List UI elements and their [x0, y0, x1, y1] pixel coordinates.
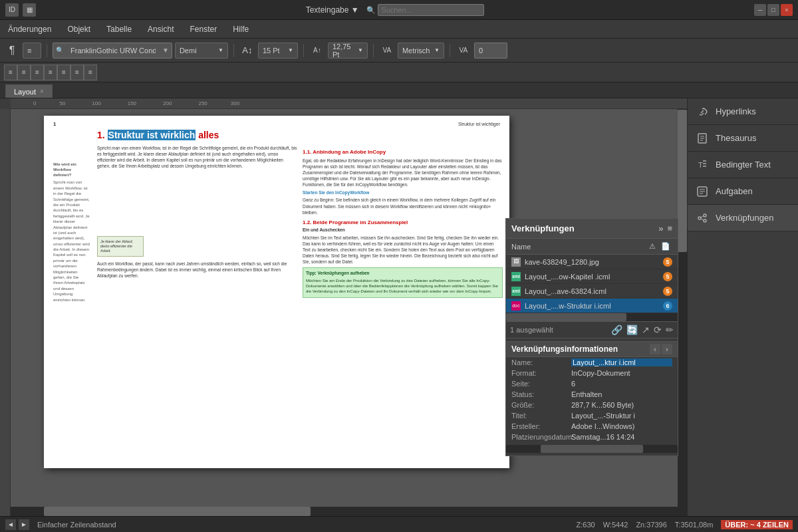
font-size-button[interactable]: 15 Pt [258, 43, 298, 59]
section-1-1-title: 1.1. Anbindung an Adobe InCopy [303, 149, 503, 156]
info-row-format: Format: InCopy-Dokument [506, 368, 678, 378]
info-row-status: Status: Enthalten [506, 389, 678, 400]
title-bar-left: ID ▦ [5, 3, 36, 17]
links-info-next[interactable]: › [662, 344, 672, 354]
align-justify-center-button[interactable]: ≡ [70, 65, 84, 80]
links-panel-title: Verknüpfungen [511, 223, 575, 233]
metrics-input[interactable] [474, 43, 507, 59]
layout-tab[interactable]: Layout × [5, 84, 53, 98]
panel-item-tasks[interactable]: Aufgaben [688, 178, 798, 205]
panel-item-conditional-text[interactable]: T Bedingter Text [688, 152, 798, 178]
link-item-1[interactable]: 🖼 kave-638249_1280.jpg 5 [506, 255, 678, 269]
page-navigation: ◄ ► [5, 519, 29, 530]
links-panel: Verknüpfungen » ≡ Name ⚠ 📄 🖼 kave-638249… [505, 218, 678, 456]
link-item-4[interactable]: doc Layout_....w-Struktur i.icml 6 [506, 299, 678, 313]
font-style-button[interactable]: Demi [175, 43, 228, 59]
menu-item-fenster[interactable]: Fenster [187, 23, 219, 35]
links-info-scrollbar[interactable] [506, 445, 678, 453]
title-text: Texteingabe ▼ 🔍 [36, 4, 754, 16]
page-canvas: 1 Struktur ist wichtiger Wie wird ein Wo… [44, 116, 509, 468]
font-family-input[interactable] [66, 43, 160, 59]
section-1-2-body: Möchten Sie im Text arbeiten, müssen Sie… [303, 235, 503, 265]
link-action-goto[interactable]: ↗ [642, 325, 650, 335]
align-center-button[interactable]: ≡ [17, 65, 31, 80]
paragraph-icon[interactable]: ¶ [4, 43, 20, 59]
hyperlinks-icon [696, 105, 709, 118]
left-col-body-2: Auch ein Workflow, der passt, kann nach … [97, 261, 297, 279]
links-info: Verknüpfungsinformationen ‹ › Name: Layo… [506, 338, 678, 456]
link-action-update-all[interactable]: 🔗 [611, 325, 622, 335]
link-name-1: kave-638249_1280.jpg [525, 258, 659, 266]
links-menu-icon[interactable]: ≡ [667, 223, 672, 233]
status-z: Z:630 [577, 521, 595, 529]
info-label-format: Format: [511, 369, 571, 377]
link-badge-3: 5 [663, 287, 672, 296]
vertical-ruler [0, 109, 11, 516]
section-1-1-body: Egal, ob der Redakteur Erfahrungen in In… [303, 158, 503, 188]
links-expand-icon[interactable]: » [658, 223, 663, 233]
page-next-button[interactable]: ► [19, 519, 29, 530]
align-left-button[interactable]: ≡ [4, 65, 17, 80]
info-value-page: 6 [571, 380, 672, 388]
link-action-relink[interactable]: 🔄 [626, 325, 638, 335]
panel-item-thesaurus[interactable]: Thesaurus [688, 125, 798, 152]
canvas-scrollbar-thumb-h[interactable] [44, 507, 311, 516]
section-1-2-title: 1.2. Beide Programme im Zusammenspiel [303, 219, 503, 226]
info-label-name: Name: [511, 358, 571, 366]
link-item-2[interactable]: xml Layout_....ow-Kapitel .icml 5 [506, 269, 678, 284]
align-right-button[interactable]: ≡ [31, 65, 44, 80]
menu-item-tabelle[interactable]: Tabelle [104, 23, 134, 35]
font-family-input-wrapper: 🔍 ▼ [53, 43, 172, 59]
toolbar: ¶ ≡ 🔍 ▼ Demi A↕ 15 Pt A↑ 12,75 Pt VA Met… [0, 39, 798, 63]
maximize-button[interactable]: □ [767, 4, 779, 16]
panel-item-verknuepfungen[interactable]: Verknüpfungen [688, 205, 798, 231]
panel-item-hyperlinks[interactable]: Hyperlinks [688, 98, 798, 125]
list-style-button[interactable]: ≡ [23, 43, 41, 59]
canvas-scrollbar-vertical[interactable] [678, 109, 687, 516]
thesaurus-icon [696, 132, 709, 145]
link-item-3[interactable]: xml Layout_...ave-63824.icml 5 [506, 284, 678, 299]
links-panel-header: Verknüpfungen » ≡ [506, 219, 678, 239]
link-action-update[interactable]: ⟳ [654, 325, 662, 335]
link-icon-xml-2: xml [511, 287, 521, 296]
font-dropdown-icon[interactable]: ▼ [162, 47, 169, 54]
align-justify-all-button[interactable]: ≡ [57, 65, 70, 80]
link-icon-xml-1: xml [511, 272, 521, 281]
link-name-4: Layout_....w-Struktur i.icml [525, 302, 659, 310]
info-row-placement: Platzierungsdatum: Samstag...16 14:24 [506, 432, 678, 442]
status-w: W:5442 [603, 521, 628, 529]
links-scrollbar-h[interactable] [506, 313, 678, 321]
links-info-nav: ‹ › [650, 344, 672, 354]
info-value-status: Enthalten [571, 390, 672, 398]
page-prev-button[interactable]: ◄ [5, 519, 16, 530]
tasks-icon [696, 185, 709, 198]
info-row-size: Größe: 287,7 K...560 Byte) [506, 400, 678, 410]
links-info-title: Verknüpfungsinformationen [511, 344, 618, 354]
leading-button[interactable]: 12,75 Pt [328, 43, 368, 59]
workflow-start-link: Starten Sie den InCopyWorkflow [303, 190, 503, 196]
links-scrollbar-thumb-h [506, 313, 626, 321]
menu-item-aenderungen[interactable]: Änderungen [5, 23, 54, 35]
info-label-page: Seite: [511, 380, 571, 388]
menu-item-ansicht[interactable]: Ansicht [145, 23, 176, 35]
info-value-title: Layout_...-Struktur i [571, 412, 672, 420]
canvas-scrollbar-thumb-v[interactable] [678, 110, 687, 252]
menu-item-hilfe[interactable]: Hilfe [230, 23, 251, 35]
menu-item-objekt[interactable]: Objekt [65, 23, 93, 35]
align-justify-right-button[interactable]: ≡ [84, 65, 97, 80]
links-header-icons: » ≡ [658, 223, 672, 233]
links-info-prev[interactable]: ‹ [650, 344, 660, 354]
close-button[interactable]: × [781, 4, 793, 16]
minimize-button[interactable]: ─ [754, 4, 766, 16]
doc-col-left: Spricht man von einem Workflow, ist in d… [97, 145, 297, 297]
align-justify-button[interactable]: ≡ [44, 65, 57, 80]
link-icon-doc: doc [511, 301, 521, 311]
tab-close-icon[interactable]: × [40, 88, 44, 95]
kerning-button[interactable]: Metrisch [398, 43, 444, 59]
canvas-scrollbar-horizontal[interactable] [11, 507, 678, 516]
chapter-title: Struktur ist wichtiger [458, 121, 500, 127]
callout-box: Je klarer der Ablauf, desto effizienter … [97, 236, 144, 257]
info-value-creator: Adobe I...Windows) [571, 422, 672, 430]
title-search-input[interactable] [378, 4, 484, 16]
link-action-edit[interactable]: ✏ [666, 325, 674, 335]
